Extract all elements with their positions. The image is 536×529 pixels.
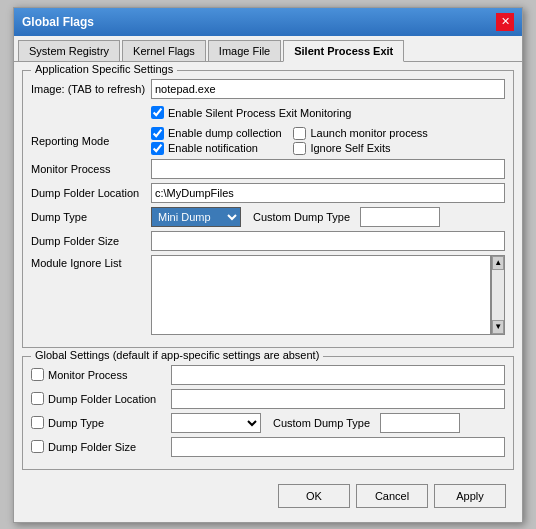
scrollbar-up-button[interactable]: ▲ (492, 256, 504, 270)
app-specific-group: Application Specific Settings Image: (TA… (22, 70, 514, 348)
dump-folder-input[interactable] (151, 183, 505, 203)
monitor-process-row: Monitor Process (31, 159, 505, 179)
global-monitor-row: Monitor Process (31, 365, 505, 385)
footer-buttons: OK Cancel Apply (22, 478, 514, 514)
enable-notification-label[interactable]: Enable notification (151, 142, 285, 155)
enable-monitoring-check-label[interactable]: Enable Silent Process Exit Monitoring (151, 106, 351, 119)
module-ignore-textarea[interactable] (151, 255, 491, 335)
scrollbar-track (492, 270, 504, 320)
window-title: Global Flags (22, 15, 94, 29)
content-area: Application Specific Settings Image: (TA… (14, 62, 522, 522)
global-dump-size-checkbox[interactable] (31, 440, 44, 453)
tab-kernel-flags[interactable]: Kernel Flags (122, 40, 206, 61)
enable-dump-text: Enable dump collection (168, 127, 282, 139)
title-bar: Global Flags ✕ (14, 8, 522, 36)
ignore-self-text: Ignore Self Exits (310, 142, 390, 154)
module-ignore-row: Module Ignore List ▲ ▼ (31, 255, 505, 335)
global-dump-size-text: Dump Folder Size (48, 441, 136, 453)
enable-monitoring-text: Enable Silent Process Exit Monitoring (168, 107, 351, 119)
global-dump-type-select[interactable] (171, 413, 261, 433)
dump-type-select[interactable]: Mini Dump Full Dump Heap Dump (151, 207, 241, 227)
custom-dump-type-label: Custom Dump Type (253, 211, 350, 223)
dump-folder-label: Dump Folder Location (31, 187, 151, 199)
image-row: Image: (TAB to refresh) (31, 79, 505, 99)
tab-silent-process-exit[interactable]: Silent Process Exit (283, 40, 404, 62)
enable-monitoring-checkbox[interactable] (151, 106, 164, 119)
image-content (151, 79, 505, 99)
enable-dump-label[interactable]: Enable dump collection (151, 127, 285, 140)
launch-monitor-text: Launch monitor process (310, 127, 427, 139)
global-monitor-text: Monitor Process (48, 369, 127, 381)
global-custom-dump-input[interactable] (380, 413, 460, 433)
scrollbar-down-button[interactable]: ▼ (492, 320, 504, 334)
dump-type-label: Dump Type (31, 211, 151, 223)
dump-folder-size-row: Dump Folder Size (31, 231, 505, 251)
global-dump-type-checkbox[interactable] (31, 416, 44, 429)
tab-image-file[interactable]: Image File (208, 40, 281, 61)
reporting-mode-row: Reporting Mode Enable dump collection La… (31, 127, 505, 155)
cancel-button[interactable]: Cancel (356, 484, 428, 508)
monitor-process-label: Monitor Process (31, 163, 151, 175)
global-dump-folder-checkbox[interactable] (31, 392, 44, 405)
monitor-process-input[interactable] (151, 159, 505, 179)
global-dump-type-check-label[interactable]: Dump Type (31, 416, 171, 429)
global-monitor-checkbox[interactable] (31, 368, 44, 381)
dump-folder-size-label: Dump Folder Size (31, 235, 151, 247)
image-label: Image: (TAB to refresh) (31, 83, 151, 95)
dump-type-row: Dump Type Mini Dump Full Dump Heap Dump … (31, 207, 505, 227)
global-dump-folder-check-label[interactable]: Dump Folder Location (31, 392, 171, 405)
launch-monitor-label[interactable]: Launch monitor process (293, 127, 427, 140)
module-ignore-scrollbar[interactable]: ▲ ▼ (491, 255, 505, 335)
ignore-self-checkbox[interactable] (293, 142, 306, 155)
global-custom-dump-label: Custom Dump Type (273, 417, 370, 429)
app-specific-label: Application Specific Settings (31, 63, 177, 75)
module-ignore-label: Module Ignore List (31, 255, 151, 269)
custom-dump-type-input[interactable] (360, 207, 440, 227)
launch-monitor-checkbox[interactable] (293, 127, 306, 140)
global-monitor-check-label[interactable]: Monitor Process (31, 368, 171, 381)
global-dump-size-input[interactable] (171, 437, 505, 457)
global-monitor-input[interactable] (171, 365, 505, 385)
reporting-grid: Enable dump collection Launch monitor pr… (151, 127, 428, 155)
enable-dump-checkbox[interactable] (151, 127, 164, 140)
tab-bar: System Registry Kernel Flags Image File … (14, 36, 522, 62)
ok-button[interactable]: OK (278, 484, 350, 508)
global-dump-folder-input[interactable] (171, 389, 505, 409)
enable-notification-text: Enable notification (168, 142, 258, 154)
enable-monitoring-row: Enable Silent Process Exit Monitoring (31, 103, 505, 123)
global-dump-size-check-label[interactable]: Dump Folder Size (31, 440, 171, 453)
global-dump-type-text: Dump Type (48, 417, 104, 429)
ignore-self-label[interactable]: Ignore Self Exits (293, 142, 427, 155)
global-dump-size-row: Dump Folder Size (31, 437, 505, 457)
main-window: Global Flags ✕ System Registry Kernel Fl… (13, 7, 523, 523)
global-settings-group: Global Settings (default if app-specific… (22, 356, 514, 470)
dump-folder-size-input[interactable] (151, 231, 505, 251)
global-dump-folder-text: Dump Folder Location (48, 393, 156, 405)
global-dump-folder-row: Dump Folder Location (31, 389, 505, 409)
close-button[interactable]: ✕ (496, 13, 514, 31)
global-dump-type-row: Dump Type Custom Dump Type (31, 413, 505, 433)
enable-notification-checkbox[interactable] (151, 142, 164, 155)
tab-system-registry[interactable]: System Registry (18, 40, 120, 61)
image-input[interactable] (151, 79, 505, 99)
reporting-mode-label: Reporting Mode (31, 135, 151, 147)
dump-folder-row: Dump Folder Location (31, 183, 505, 203)
apply-button[interactable]: Apply (434, 484, 506, 508)
global-settings-label: Global Settings (default if app-specific… (31, 349, 323, 361)
